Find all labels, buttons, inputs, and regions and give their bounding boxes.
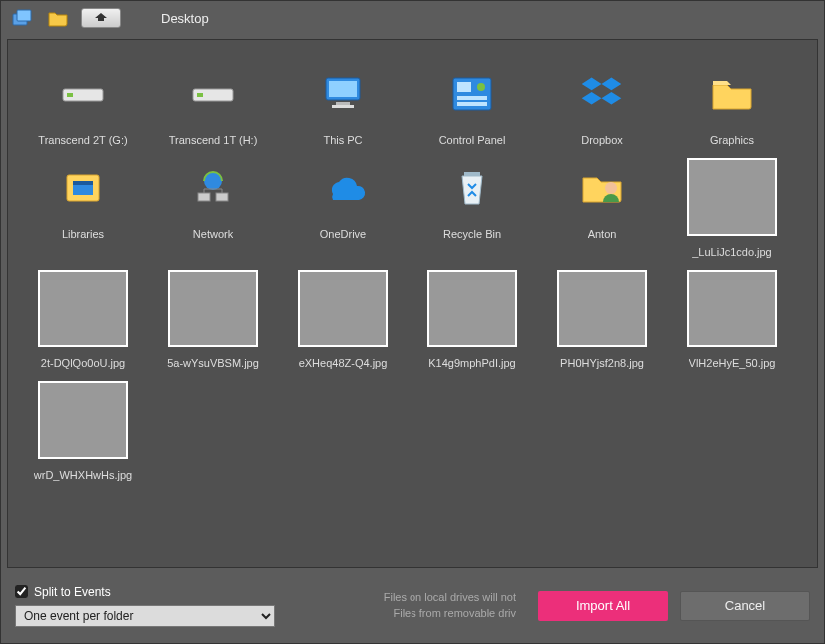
image-thumbnail	[168, 270, 258, 347]
item-label: Control Panel	[439, 134, 506, 146]
item-label: Network	[193, 228, 233, 240]
cpl-icon	[427, 64, 517, 124]
import-all-button[interactable]: Import All	[538, 591, 668, 621]
file-item[interactable]: 5a-wYsuVBSM.jpg	[148, 270, 278, 369]
dropbox-icon	[557, 64, 647, 124]
item-label: Transcend 1T (H:)	[169, 134, 258, 146]
recycle-icon	[427, 158, 517, 218]
drive-icon	[168, 64, 258, 124]
file-item[interactable]: K14g9mphPdI.jpg	[408, 270, 537, 369]
item-label: eXHeq48Z-Q4.jpg	[299, 357, 388, 369]
folder-item[interactable]: Anton	[537, 158, 667, 258]
item-label: This PC	[323, 134, 362, 146]
item-label: wrD_WHXHwHs.jpg	[34, 469, 132, 481]
folder-item[interactable]: Libraries	[18, 158, 148, 258]
drives-icon[interactable]	[9, 7, 35, 29]
folder-item[interactable]: Control Panel	[408, 64, 537, 146]
item-label: Recycle Bin	[443, 228, 501, 240]
folder-item[interactable]: Recycle Bin	[408, 158, 537, 258]
folder-item[interactable]: Network	[148, 158, 278, 258]
event-mode-select[interactable]: One event per folder	[15, 605, 275, 627]
split-events-checkbox[interactable]: Split to Events	[15, 585, 275, 599]
copy-note: Files on local drives will not Files fro…	[287, 590, 526, 621]
image-thumbnail	[687, 270, 777, 347]
image-thumbnail	[427, 270, 517, 347]
image-thumbnail	[38, 270, 128, 347]
svg-rect-11	[457, 82, 471, 92]
item-label: Dropbox	[581, 134, 623, 146]
svg-rect-3	[67, 93, 73, 97]
svg-rect-20	[216, 193, 228, 201]
onedrive-icon	[298, 158, 388, 218]
svg-rect-1	[17, 10, 31, 21]
footer: Split to Events One event per folder Fil…	[1, 568, 824, 643]
file-item[interactable]: wrD_WHXHwHs.jpg	[18, 381, 148, 481]
svg-point-12	[477, 83, 485, 91]
folder-item[interactable]: Dropbox	[537, 64, 667, 146]
split-events-label: Split to Events	[34, 585, 111, 599]
item-label: OneDrive	[320, 228, 366, 240]
folder-item[interactable]: Transcend 1T (H:)	[148, 64, 278, 146]
svg-rect-5	[197, 93, 203, 97]
item-label: _LuLiJc1cdo.jpg	[692, 246, 772, 258]
folder-item[interactable]: OneDrive	[278, 158, 408, 258]
item-label: Graphics	[710, 134, 754, 146]
svg-rect-8	[336, 102, 350, 105]
svg-rect-14	[457, 102, 487, 106]
item-label: PH0HYjsf2n8.jpg	[560, 357, 644, 369]
image-thumbnail	[687, 158, 777, 236]
user-icon	[557, 158, 647, 218]
cancel-button[interactable]: Cancel	[680, 591, 810, 621]
item-label: Libraries	[62, 228, 104, 240]
toolbar: Desktop	[1, 1, 824, 35]
svg-rect-19	[198, 193, 210, 201]
file-item[interactable]: _LuLiJc1cdo.jpg	[667, 158, 797, 258]
svg-rect-17	[73, 181, 93, 185]
svg-rect-9	[332, 105, 354, 108]
folder-item[interactable]: Graphics	[667, 64, 797, 146]
item-label: 5a-wYsuVBSM.jpg	[167, 357, 259, 369]
file-grid[interactable]: Transcend 2T (G:)Transcend 1T (H:)This P…	[7, 39, 818, 568]
drive-icon	[38, 64, 128, 124]
item-label: Transcend 2T (G:)	[38, 134, 127, 146]
folder-icon	[687, 64, 777, 124]
up-button[interactable]	[81, 8, 121, 28]
svg-rect-21	[464, 172, 480, 176]
item-label: Anton	[588, 228, 617, 240]
item-label: K14g9mphPdI.jpg	[428, 357, 515, 369]
image-thumbnail	[557, 270, 647, 347]
folder-item[interactable]: Transcend 2T (G:)	[18, 64, 148, 146]
folder-shortcut-icon[interactable]	[45, 7, 71, 29]
file-browser-window: Desktop Transcend 2T (G:)Transcend 1T (H…	[0, 0, 825, 644]
svg-point-22	[605, 182, 617, 194]
file-item[interactable]: eXHeq48Z-Q4.jpg	[278, 270, 408, 369]
pc-icon	[298, 64, 388, 124]
file-item[interactable]: PH0HYjsf2n8.jpg	[537, 270, 667, 369]
location-label: Desktop	[161, 11, 209, 26]
image-thumbnail	[298, 270, 388, 347]
libraries-icon	[38, 158, 128, 218]
file-item[interactable]: VlH2eHyE_50.jpg	[667, 270, 797, 369]
folder-item[interactable]: This PC	[278, 64, 408, 146]
file-item[interactable]: 2t-DQlQo0oU.jpg	[18, 270, 148, 369]
item-label: VlH2eHyE_50.jpg	[689, 357, 776, 369]
network-icon	[168, 158, 258, 218]
svg-rect-7	[329, 81, 357, 97]
item-label: 2t-DQlQo0oU.jpg	[41, 357, 125, 369]
image-thumbnail	[38, 381, 128, 459]
svg-rect-13	[457, 96, 487, 100]
